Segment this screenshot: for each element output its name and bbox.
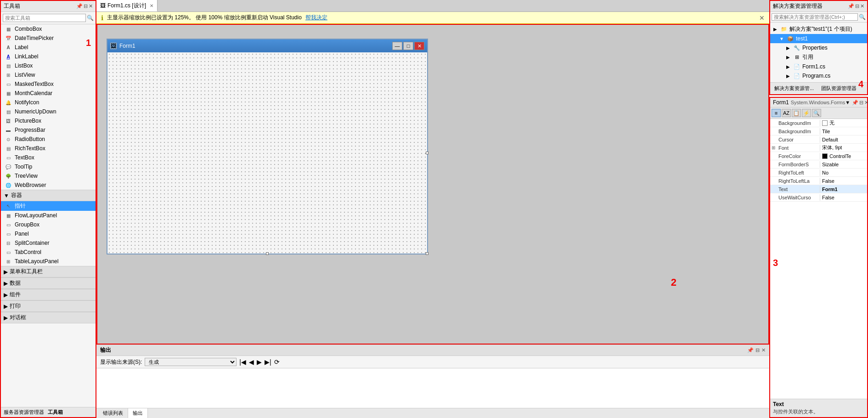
form-maximize-button[interactable]: □ xyxy=(403,42,413,50)
programcs-expand-icon[interactable]: ▶ xyxy=(785,73,791,79)
toolbox-section-menu[interactable]: ▶ 菜单和工具栏 xyxy=(1,266,96,277)
output-source-select[interactable]: 生成 xyxy=(145,358,237,366)
toolbox-item-groupbox[interactable]: ▭ GroupBox xyxy=(1,220,96,229)
team-explorer-footer-tab[interactable]: 团队资源管理器 xyxy=(818,84,859,93)
toolbox-section-print[interactable]: ▶ 打印 xyxy=(1,300,96,312)
toolbox-item-pointer[interactable]: ↖ 指针 xyxy=(1,201,96,211)
toolbox-item-tablelayoutpanel[interactable]: ⊞ TableLayoutPanel xyxy=(1,257,96,266)
prop-value-forecolor[interactable]: ControlTe xyxy=(820,153,867,159)
resize-handle-bottom[interactable] xyxy=(266,252,269,255)
output-tab-output[interactable]: 输出 xyxy=(128,408,148,418)
toolbox-item-combobox[interactable]: ▦ ComboBox xyxy=(1,24,96,34)
toolbox-item-listview[interactable]: ⊞ ListView xyxy=(1,70,96,79)
prop-value-backgroundimage[interactable]: 无 xyxy=(820,119,867,127)
prop-value-font[interactable]: 宋体, 9pt xyxy=(820,144,867,152)
output-close-icon[interactable]: ✕ xyxy=(761,347,766,353)
toolbox-item-listbox[interactable]: ▤ ListBox xyxy=(1,61,96,70)
prop-value-backgroundimagelayout[interactable]: Tile xyxy=(820,128,867,135)
prop-value-usewaitcursor[interactable]: False xyxy=(820,194,867,201)
solution-search-input[interactable] xyxy=(772,13,858,21)
tree-item-form1cs[interactable]: ▶ 📄 Form1.cs xyxy=(770,62,867,71)
properties-dropdown-icon[interactable]: ▼ xyxy=(845,100,850,105)
toolbox-item-linklabel[interactable]: A LinkLabel xyxy=(1,52,96,61)
form1cs-expand-icon[interactable]: ▶ xyxy=(785,63,791,70)
toolbox-section-dialog[interactable]: ▶ 对话框 xyxy=(1,312,96,323)
toolbox-close-icon[interactable]: ✕ xyxy=(89,3,93,9)
prop-tool-events-btn[interactable]: ⚡ xyxy=(802,109,811,117)
tree-item-properties[interactable]: ▶ 🔧 Properties xyxy=(770,43,867,52)
tree-item-references[interactable]: ▶ ⊞ 引用 xyxy=(770,52,867,62)
toolbox-search-input[interactable] xyxy=(3,14,86,22)
properties-expand-icon[interactable]: ▶ xyxy=(785,45,791,51)
toolbox-tab[interactable]: 工具箱 xyxy=(48,409,63,416)
output-pin-icon[interactable]: 📌 xyxy=(747,347,754,353)
toolbox-item-splitcontainer[interactable]: ⊟ SplitContainer xyxy=(1,238,96,248)
toolbox-item-tooltip[interactable]: 💬 ToolTip xyxy=(1,162,96,171)
toolbox-pin-icon[interactable]: 📌 xyxy=(76,3,83,9)
toolbox-item-notifyicon[interactable]: 🔔 NotifyIcon xyxy=(1,98,96,107)
toolbox-item-label[interactable]: A Label xyxy=(1,43,96,52)
resize-handle-corner[interactable] xyxy=(426,252,428,255)
references-expand-icon[interactable]: ▶ xyxy=(785,54,791,61)
toolbox-item-monthcalendar[interactable]: ▦ MonthCalendar xyxy=(1,89,96,98)
tree-item-project[interactable]: ▼ 📦 test1 xyxy=(770,34,867,43)
toolbox-section-data[interactable]: ▶ 数据 xyxy=(1,277,96,289)
toolbox-item-radiobutton[interactable]: ⊙ RadioButton xyxy=(1,135,96,144)
toolbox-search-icon[interactable]: 🔍 xyxy=(87,15,94,21)
toolbox-item-flowlayoutpanel[interactable]: ▦ FlowLayoutPanel xyxy=(1,211,96,220)
prop-tool-alphabetical-btn[interactable]: AZ xyxy=(782,109,791,117)
resize-handle-right[interactable] xyxy=(426,152,428,154)
notification-link[interactable]: 帮我决定 xyxy=(305,14,327,22)
toolbox-item-treeview[interactable]: 🌳 TreeView xyxy=(1,171,96,181)
toolbox-item-maskedtextbox[interactable]: ▭ MaskedTextBox xyxy=(1,79,96,89)
prop-value-text[interactable]: Form1 xyxy=(820,186,867,192)
toolbox-section-components[interactable]: ▶ 组件 xyxy=(1,289,96,300)
form-close-button[interactable]: ✕ xyxy=(414,42,424,50)
notification-close-icon[interactable]: ✕ xyxy=(759,14,765,22)
prop-value-righttoleft[interactable]: No xyxy=(820,169,867,176)
prop-tool-properties-btn[interactable]: 📋 xyxy=(792,109,801,117)
toolbox-item-textbox[interactable]: ▭ TextBox xyxy=(1,153,96,162)
toolbox-item-richtextbox[interactable]: ▤ RichTextBox xyxy=(1,144,96,153)
form-minimize-button[interactable]: — xyxy=(392,42,402,50)
server-explorer-tab[interactable]: 服务器资源管理器 xyxy=(4,409,44,416)
doc-tab-form1[interactable]: 🖼 Form1.cs [设计] ✕ xyxy=(96,0,158,11)
solution-expand-icon[interactable]: ▶ xyxy=(772,26,778,33)
tree-item-programcs[interactable]: ▶ 📄 Program.cs xyxy=(770,71,867,80)
output-tab-errorlist[interactable]: 错误列表 xyxy=(98,408,128,418)
output-tool-icon-3[interactable]: ▶ xyxy=(257,358,262,366)
properties-pin-icon[interactable]: 📌 xyxy=(852,100,858,106)
output-tool-icon-2[interactable]: ◀ xyxy=(249,358,254,366)
solution-explorer-close-icon[interactable]: ✕ xyxy=(860,3,864,9)
output-auto-hide-icon[interactable]: ⊟ xyxy=(755,347,760,353)
output-tool-icon-5[interactable]: ⟳ xyxy=(274,358,280,366)
toolbox-item-webbrowser[interactable]: 🌐 WebBrowser xyxy=(1,181,96,190)
form-body[interactable] xyxy=(107,52,427,254)
designer-area[interactable]: 🖼 Form1 — □ ✕ 2 xyxy=(96,24,769,345)
toolbox-item-progressbar[interactable]: ▬ ProgressBar xyxy=(1,125,96,135)
output-tool-icon-1[interactable]: |◀ xyxy=(239,358,246,366)
toolbox-item-numericupdown[interactable]: ▤ NumericUpDown xyxy=(1,107,96,116)
prop-expand-font[interactable]: ⊞ xyxy=(770,145,777,150)
toolbox-item-tabcontrol[interactable]: ▭ TabControl xyxy=(1,248,96,257)
output-tool-icon-4[interactable]: ▶| xyxy=(265,358,271,366)
prop-value-righttoleftlayout[interactable]: False xyxy=(820,178,867,184)
solution-explorer-pin-icon[interactable]: 📌 xyxy=(848,3,854,9)
prop-value-cursor[interactable]: Default xyxy=(820,136,867,143)
toolbox-item-picturebox[interactable]: 🖼 PictureBox xyxy=(1,116,96,125)
toolbox-item-panel[interactable]: ▭ Panel xyxy=(1,229,96,238)
project-expand-icon[interactable]: ▼ xyxy=(778,35,785,42)
tree-item-solution[interactable]: ▶ 📁 解决方案"test1"(1 个项目) xyxy=(770,24,867,34)
solution-search-icon[interactable]: 🔍 xyxy=(859,14,866,20)
toolbox-item-datetimepicker[interactable]: 📅 DateTimePicker xyxy=(1,34,96,43)
prop-tool-categorized-btn[interactable]: ≡ xyxy=(772,109,781,117)
prop-value-formborderstyle[interactable]: Sizable xyxy=(820,161,867,168)
solution-explorer-auto-hide-icon[interactable]: ⊟ xyxy=(855,3,859,9)
properties-auto-hide-icon[interactable]: ⊟ xyxy=(859,100,863,106)
properties-close-icon[interactable]: ✕ xyxy=(864,100,868,106)
toolbox-section-container[interactable]: ▼ 容器 xyxy=(1,190,96,201)
prop-tool-search-btn[interactable]: 🔍 xyxy=(812,109,821,117)
doc-tab-close-icon[interactable]: ✕ xyxy=(150,3,153,8)
solution-explorer-footer-tab[interactable]: 解决方案资源管... xyxy=(772,84,817,93)
toolbox-auto-hide-icon[interactable]: ⊟ xyxy=(84,3,88,9)
